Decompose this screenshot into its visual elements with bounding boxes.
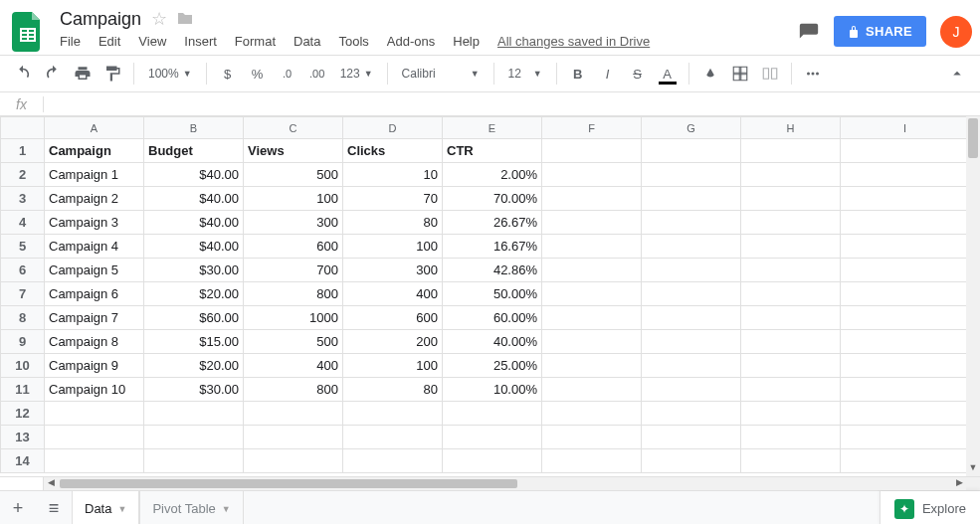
cell-G8[interactable] — [642, 306, 741, 330]
vertical-scrollbar[interactable]: ▼ — [966, 116, 980, 476]
cell-A11[interactable]: Campaign 10 — [45, 378, 144, 402]
zoom-dropdown[interactable]: 100%▼ — [142, 67, 198, 81]
row-head-13[interactable]: 13 — [1, 426, 45, 449]
cell-F13[interactable] — [542, 426, 642, 449]
cell-A9[interactable]: Campaign 8 — [45, 330, 144, 354]
menu-format[interactable]: Format — [235, 34, 276, 49]
cell-D10[interactable]: 100 — [343, 354, 443, 378]
cell-F1[interactable] — [542, 139, 642, 163]
grid-table[interactable]: ABCDEFGHI1CampaignBudgetViewsClicksCTR2C… — [0, 116, 970, 473]
cell-E13[interactable] — [443, 426, 542, 449]
horizontal-scrollbar[interactable]: ◀▶ — [0, 476, 980, 490]
cell-D6[interactable]: 300 — [343, 259, 443, 282]
cell-I14[interactable] — [841, 449, 970, 473]
all-sheets-button[interactable]: ≡ — [36, 491, 72, 525]
cell-E10[interactable]: 25.00% — [443, 354, 542, 378]
cell-A1[interactable]: Campaign — [45, 139, 144, 163]
redo-icon[interactable] — [40, 61, 66, 87]
cell-C4[interactable]: 300 — [244, 211, 343, 235]
col-head-C[interactable]: C — [244, 117, 343, 139]
row-head-14[interactable]: 14 — [1, 449, 45, 473]
account-avatar[interactable]: J — [940, 16, 972, 48]
cell-D14[interactable] — [343, 449, 443, 473]
col-head-D[interactable]: D — [343, 117, 443, 139]
cell-D2[interactable]: 10 — [343, 163, 443, 187]
menu-view[interactable]: View — [138, 34, 166, 49]
cell-H2[interactable] — [741, 163, 841, 187]
cell-I1[interactable] — [841, 139, 970, 163]
cell-I4[interactable] — [841, 211, 970, 235]
cell-A12[interactable] — [45, 402, 144, 426]
cell-H12[interactable] — [741, 402, 841, 426]
cell-F5[interactable] — [542, 235, 642, 259]
cell-D11[interactable]: 80 — [343, 378, 443, 402]
cell-H13[interactable] — [741, 426, 841, 449]
cell-G3[interactable] — [642, 187, 741, 211]
cell-I11[interactable] — [841, 378, 970, 402]
cell-A5[interactable]: Campaign 4 — [45, 235, 144, 259]
cell-G1[interactable] — [642, 139, 741, 163]
menu-file[interactable]: File — [60, 34, 81, 49]
cell-G7[interactable] — [642, 282, 741, 306]
cell-I7[interactable] — [841, 282, 970, 306]
cell-B7[interactable]: $20.00 — [144, 282, 244, 306]
bold-icon[interactable]: B — [565, 61, 591, 87]
currency-icon[interactable]: $ — [215, 61, 241, 87]
cell-C13[interactable] — [244, 426, 343, 449]
cell-D7[interactable]: 400 — [343, 282, 443, 306]
cell-E5[interactable]: 16.67% — [443, 235, 542, 259]
cell-F11[interactable] — [542, 378, 642, 402]
cell-G10[interactable] — [642, 354, 741, 378]
row-head-1[interactable]: 1 — [1, 139, 45, 163]
sheet-tab-pivot[interactable]: Pivot Table▼ — [139, 491, 243, 525]
cell-F9[interactable] — [542, 330, 642, 354]
cell-C14[interactable] — [244, 449, 343, 473]
row-head-10[interactable]: 10 — [1, 354, 45, 378]
cell-H4[interactable] — [741, 211, 841, 235]
row-head-8[interactable]: 8 — [1, 306, 45, 330]
cell-C2[interactable]: 500 — [244, 163, 343, 187]
share-button[interactable]: SHARE — [834, 16, 926, 47]
cell-B5[interactable]: $40.00 — [144, 235, 244, 259]
cell-I12[interactable] — [841, 402, 970, 426]
cell-C12[interactable] — [244, 402, 343, 426]
formula-input[interactable] — [44, 92, 980, 115]
cell-A8[interactable]: Campaign 7 — [45, 306, 144, 330]
cell-D1[interactable]: Clicks — [343, 139, 443, 163]
col-head-B[interactable]: B — [144, 117, 244, 139]
cell-H10[interactable] — [741, 354, 841, 378]
cell-F14[interactable] — [542, 449, 642, 473]
cell-E7[interactable]: 50.00% — [443, 282, 542, 306]
cell-D8[interactable]: 600 — [343, 306, 443, 330]
cell-A13[interactable] — [45, 426, 144, 449]
move-folder-icon[interactable] — [177, 9, 193, 30]
menu-add-ons[interactable]: Add-ons — [387, 34, 435, 49]
cell-G9[interactable] — [642, 330, 741, 354]
menu-edit[interactable]: Edit — [98, 34, 120, 49]
cell-G12[interactable] — [642, 402, 741, 426]
cell-C10[interactable]: 400 — [244, 354, 343, 378]
row-head-4[interactable]: 4 — [1, 211, 45, 235]
cell-G4[interactable] — [642, 211, 741, 235]
cell-H9[interactable] — [741, 330, 841, 354]
cell-E1[interactable]: CTR — [443, 139, 542, 163]
cell-B6[interactable]: $30.00 — [144, 259, 244, 282]
row-head-9[interactable]: 9 — [1, 330, 45, 354]
comments-icon[interactable] — [798, 22, 820, 42]
cell-F6[interactable] — [542, 259, 642, 282]
cell-B1[interactable]: Budget — [144, 139, 244, 163]
explore-button[interactable]: ✦ Explore — [880, 491, 980, 525]
cell-A7[interactable]: Campaign 6 — [45, 282, 144, 306]
row-head-12[interactable]: 12 — [1, 402, 45, 426]
cell-H11[interactable] — [741, 378, 841, 402]
cell-H5[interactable] — [741, 235, 841, 259]
cell-I9[interactable] — [841, 330, 970, 354]
cell-H3[interactable] — [741, 187, 841, 211]
star-icon[interactable]: ☆ — [151, 8, 167, 30]
cell-I3[interactable] — [841, 187, 970, 211]
italic-icon[interactable]: I — [595, 61, 621, 87]
cell-C8[interactable]: 1000 — [244, 306, 343, 330]
cell-B10[interactable]: $20.00 — [144, 354, 244, 378]
cell-B12[interactable] — [144, 402, 244, 426]
add-sheet-button[interactable]: + — [0, 491, 36, 525]
